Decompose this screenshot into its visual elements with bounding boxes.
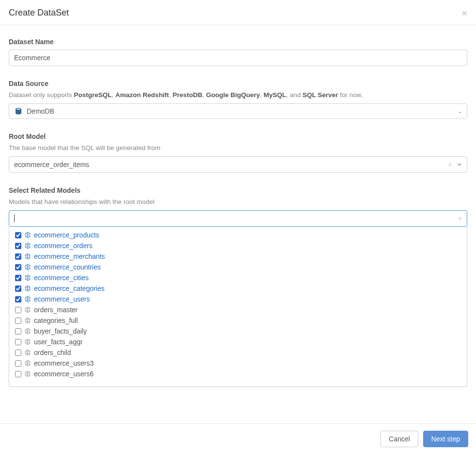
model-checkbox[interactable]: [15, 360, 21, 367]
cube-icon: [24, 349, 31, 356]
cube-icon: [24, 370, 31, 377]
model-checkbox[interactable]: [15, 243, 21, 249]
model-label: ecommerce_users3: [34, 359, 94, 367]
root-model-help: The base model that the SQL will be gene…: [9, 144, 467, 151]
related-models-help: Models that have relationships with the …: [9, 198, 467, 205]
data-source-help: Dataset only supports PostgreSQL, Amazon…: [9, 91, 467, 99]
model-checkbox[interactable]: [15, 307, 21, 313]
cube-icon: [24, 360, 31, 367]
dataset-name-group: Dataset Name: [9, 38, 467, 66]
text-cursor: [14, 215, 15, 222]
model-option[interactable]: orders_child: [9, 347, 467, 358]
db-name: Google BigQuery: [206, 91, 260, 99]
model-label: ecommerce_merchants: [34, 252, 105, 260]
model-checkbox[interactable]: [15, 339, 21, 345]
model-checkbox[interactable]: [15, 371, 21, 377]
data-source-group: Data Source Dataset only supports Postgr…: [9, 80, 467, 119]
cube-icon: [24, 264, 31, 270]
clear-icon[interactable]: ×: [458, 215, 462, 222]
model-label: buyer_facts_daily: [34, 327, 87, 335]
cube-icon: [24, 296, 31, 303]
model-checkbox[interactable]: [15, 232, 21, 238]
sep: ,: [202, 91, 206, 99]
caret-down-icon: [457, 164, 462, 166]
model-checkbox[interactable]: [15, 318, 21, 324]
related-models-group: Select Related Models Models that have r…: [9, 186, 467, 387]
database-icon: [14, 107, 23, 115]
model-option[interactable]: user_facts_aggr: [9, 336, 467, 347]
root-model-group: Root Model The base model that the SQL w…: [9, 133, 467, 173]
data-source-select[interactable]: DemoDB ⌄: [9, 103, 467, 119]
cube-icon: [24, 317, 31, 324]
model-option[interactable]: ecommerce_products: [9, 230, 467, 240]
model-checkbox[interactable]: [15, 253, 21, 260]
model-option[interactable]: ecommerce_categories: [9, 283, 467, 294]
model-label: categories_full: [34, 317, 78, 324]
modal-header: Create DataSet ×: [0, 0, 476, 25]
model-label: ecommerce_countries: [34, 263, 101, 271]
model-option[interactable]: ecommerce_orders: [9, 240, 467, 251]
modal-title: Create DataSet: [9, 8, 69, 18]
model-checkbox[interactable]: [15, 275, 21, 281]
db-name: MySQL: [263, 91, 286, 99]
next-step-button[interactable]: Next step: [423, 431, 468, 447]
root-model-select[interactable]: ecommerce_order_items ×: [9, 156, 467, 173]
model-checkbox[interactable]: [15, 264, 21, 270]
sep: , and: [286, 91, 303, 99]
model-option[interactable]: ecommerce_users3: [9, 358, 467, 369]
help-text: Dataset only supports: [9, 91, 74, 99]
db-name: PrestoDB: [173, 91, 203, 99]
cube-icon: [24, 232, 31, 238]
model-checkbox[interactable]: [15, 296, 21, 303]
modal-footer: Cancel Next step: [0, 423, 476, 454]
root-model-value: ecommerce_order_items: [14, 161, 448, 168]
related-models-label: Select Related Models: [9, 186, 467, 194]
root-model-label: Root Model: [9, 133, 467, 140]
sep: ,: [169, 91, 173, 99]
cube-icon: [24, 285, 31, 292]
model-option[interactable]: categories_full: [9, 315, 467, 326]
model-option[interactable]: ecommerce_cities: [9, 272, 467, 283]
sep: ,: [112, 91, 115, 99]
cube-icon: [24, 338, 31, 345]
model-option[interactable]: buyer_facts_daily: [9, 326, 467, 336]
model-option[interactable]: ecommerce_users6: [9, 369, 467, 379]
modal-body: Dataset Name Data Source Dataset only su…: [0, 25, 476, 397]
db-name: Amazon Redshift: [115, 91, 169, 99]
model-checkbox[interactable]: [15, 328, 21, 335]
data-source-value: DemoDB: [27, 107, 458, 115]
cube-icon: [24, 328, 31, 335]
cube-icon: [24, 253, 31, 260]
db-name: SQL Server: [303, 91, 338, 99]
model-label: ecommerce_cities: [34, 274, 89, 282]
model-label: ecommerce_categories: [34, 285, 105, 292]
help-text: for now.: [338, 91, 363, 99]
close-icon[interactable]: ×: [461, 8, 467, 18]
model-checkbox[interactable]: [15, 350, 21, 356]
model-label: ecommerce_users6: [34, 370, 94, 378]
chevron-down-icon: ⌄: [458, 108, 462, 115]
model-label: orders_child: [34, 349, 71, 356]
model-label: orders_master: [34, 306, 78, 314]
model-label: user_facts_aggr: [34, 338, 82, 346]
related-models-input[interactable]: ×: [9, 210, 467, 227]
model-checkbox[interactable]: [15, 286, 21, 292]
cube-icon: [24, 306, 31, 313]
data-source-label: Data Source: [9, 80, 467, 87]
model-option[interactable]: orders_master: [9, 304, 467, 315]
dataset-name-input[interactable]: [9, 50, 467, 66]
model-option[interactable]: ecommerce_merchants: [9, 251, 467, 262]
cube-icon: [24, 274, 31, 281]
cancel-button[interactable]: Cancel: [380, 431, 418, 447]
dataset-name-label: Dataset Name: [9, 38, 467, 46]
model-option[interactable]: ecommerce_countries: [9, 262, 467, 272]
related-models-dropdown[interactable]: ecommerce_productsecommerce_ordersecomme…: [9, 227, 467, 387]
model-option[interactable]: ecommerce_users: [9, 294, 467, 304]
db-name: PostgreSQL: [74, 91, 112, 99]
clear-icon[interactable]: ×: [448, 161, 452, 168]
cube-icon: [24, 242, 31, 249]
model-label: ecommerce_orders: [34, 242, 93, 250]
model-label: ecommerce_users: [34, 295, 90, 303]
model-label: ecommerce_products: [34, 231, 99, 239]
